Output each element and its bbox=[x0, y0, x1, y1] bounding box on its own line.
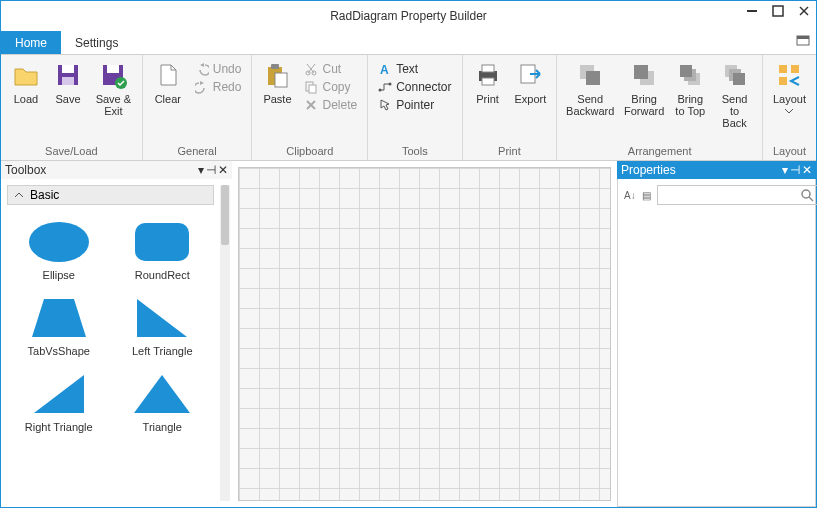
properties-close-icon[interactable]: ✕ bbox=[802, 163, 812, 177]
save-exit-icon bbox=[99, 61, 127, 89]
svg-point-24 bbox=[379, 89, 382, 92]
content-area: Toolbox ▾ ⊣ ✕ Basic Ellipse bbox=[1, 161, 816, 507]
send-to-back-button[interactable]: Send to Back bbox=[713, 59, 756, 131]
svg-rect-8 bbox=[62, 77, 74, 85]
titlebar: RadDiagram Property Builder bbox=[1, 1, 816, 31]
pointer-icon bbox=[378, 98, 392, 112]
copy-button[interactable]: Copy bbox=[300, 79, 361, 95]
diagram-canvas-container bbox=[232, 161, 617, 507]
svg-rect-39 bbox=[733, 73, 745, 85]
properties-pin-icon[interactable]: ⊣ bbox=[790, 163, 800, 177]
bring-forward-button[interactable]: Bring Forward bbox=[621, 59, 667, 119]
properties-toolbar: A↓ ▤ bbox=[624, 185, 809, 205]
close-button[interactable] bbox=[798, 5, 810, 17]
cut-button[interactable]: Cut bbox=[300, 61, 361, 77]
shape-left-triangle[interactable]: Left Triangle bbox=[111, 287, 215, 363]
redo-button[interactable]: Redo bbox=[191, 79, 246, 95]
svg-rect-33 bbox=[634, 65, 648, 79]
group-print: Print Export Print bbox=[463, 55, 558, 160]
layout-button[interactable]: Layout bbox=[769, 59, 810, 116]
svg-point-43 bbox=[29, 222, 89, 262]
group-label-clipboard: Clipboard bbox=[258, 143, 361, 160]
bring-to-top-button[interactable]: Bring to Top bbox=[671, 59, 709, 119]
bring-to-top-icon bbox=[676, 61, 704, 89]
scrollbar-thumb[interactable] bbox=[221, 185, 229, 245]
chevron-up-icon bbox=[14, 190, 24, 200]
group-label-general: General bbox=[149, 143, 246, 160]
svg-line-46 bbox=[809, 197, 813, 201]
toolbox-scrollbar[interactable] bbox=[220, 185, 230, 501]
paste-icon bbox=[263, 61, 291, 89]
svg-rect-40 bbox=[779, 65, 787, 73]
pointer-tool-button[interactable]: Pointer bbox=[374, 97, 455, 113]
shape-roundrect[interactable]: RoundRect bbox=[111, 211, 215, 287]
shape-right-triangle[interactable]: Right Triangle bbox=[7, 363, 111, 439]
load-button[interactable]: Load bbox=[7, 59, 45, 107]
send-backward-button[interactable]: Send Backward bbox=[563, 59, 617, 119]
paste-button[interactable]: Paste bbox=[258, 59, 296, 107]
delete-button[interactable]: Delete bbox=[300, 97, 361, 113]
shape-triangle[interactable]: Triangle bbox=[111, 363, 215, 439]
print-icon bbox=[474, 61, 502, 89]
delete-icon bbox=[304, 98, 318, 112]
svg-rect-27 bbox=[482, 65, 494, 72]
toolbox-close-icon[interactable]: ✕ bbox=[218, 163, 228, 177]
sort-alpha-button[interactable]: A↓ bbox=[624, 186, 636, 204]
bring-forward-icon bbox=[630, 61, 658, 89]
ribbon-options-button[interactable] bbox=[796, 35, 810, 49]
cut-icon bbox=[304, 62, 318, 76]
svg-rect-7 bbox=[62, 65, 74, 73]
shape-tabvsshape[interactable]: TabVsShape bbox=[7, 287, 111, 363]
copy-icon bbox=[304, 80, 318, 94]
send-to-back-icon bbox=[721, 61, 749, 89]
toolbox-title: Toolbox bbox=[5, 163, 46, 177]
save-exit-button[interactable]: Save & Exit bbox=[91, 59, 136, 119]
group-clipboard: Paste Cut Copy Delete Clipboard bbox=[252, 55, 368, 160]
properties-search[interactable] bbox=[657, 185, 817, 205]
chevron-down-icon bbox=[785, 109, 793, 114]
group-label-layout: Layout bbox=[769, 143, 810, 160]
sort-category-button[interactable]: ▤ bbox=[642, 186, 651, 204]
text-tool-button[interactable]: AText bbox=[374, 61, 455, 77]
export-button[interactable]: Export bbox=[511, 59, 551, 107]
text-icon: A bbox=[378, 62, 392, 76]
svg-rect-31 bbox=[586, 71, 600, 85]
properties-dropdown-icon[interactable]: ▾ bbox=[782, 163, 788, 177]
ribbon-tabs: Home Settings bbox=[1, 31, 816, 55]
toolbox-pin-icon[interactable]: ⊣ bbox=[206, 163, 216, 177]
group-save-load: Load Save Save & Exit Save/Load bbox=[1, 55, 143, 160]
svg-rect-1 bbox=[773, 6, 783, 16]
tab-settings[interactable]: Settings bbox=[61, 31, 132, 54]
toolbox-dropdown-icon[interactable]: ▾ bbox=[198, 163, 204, 177]
group-tools: AText Connector Pointer Tools bbox=[368, 55, 462, 160]
svg-point-25 bbox=[389, 83, 392, 86]
svg-rect-28 bbox=[482, 78, 494, 85]
toolbox-category-basic[interactable]: Basic bbox=[7, 185, 214, 205]
toolbox-header: Toolbox ▾ ⊣ ✕ bbox=[1, 161, 232, 179]
svg-rect-13 bbox=[271, 64, 279, 69]
document-icon bbox=[154, 61, 182, 89]
svg-text:A: A bbox=[380, 63, 389, 76]
svg-rect-14 bbox=[275, 73, 287, 87]
properties-panel: Properties ▾ ⊣ ✕ A↓ ▤ bbox=[617, 161, 816, 507]
search-icon bbox=[800, 188, 814, 202]
maximize-button[interactable] bbox=[772, 5, 784, 17]
clear-button[interactable]: Clear bbox=[149, 59, 187, 107]
tab-home[interactable]: Home bbox=[1, 31, 61, 54]
shape-ellipse[interactable]: Ellipse bbox=[7, 211, 111, 287]
properties-header: Properties ▾ ⊣ ✕ bbox=[617, 161, 816, 179]
ribbon: Load Save Save & Exit Save/Load Clear bbox=[1, 55, 816, 161]
svg-point-45 bbox=[802, 190, 810, 198]
save-button[interactable]: Save bbox=[49, 59, 87, 107]
connector-tool-button[interactable]: Connector bbox=[374, 79, 455, 95]
window-title: RadDiagram Property Builder bbox=[330, 9, 487, 23]
folder-icon bbox=[12, 61, 40, 89]
svg-rect-44 bbox=[135, 223, 189, 261]
minimize-button[interactable] bbox=[746, 5, 758, 17]
undo-button[interactable]: Undo bbox=[191, 61, 246, 77]
diagram-canvas[interactable] bbox=[238, 167, 611, 501]
print-button[interactable]: Print bbox=[469, 59, 507, 107]
properties-title: Properties bbox=[621, 163, 676, 177]
layout-icon bbox=[775, 61, 803, 89]
properties-search-input[interactable] bbox=[662, 189, 800, 201]
